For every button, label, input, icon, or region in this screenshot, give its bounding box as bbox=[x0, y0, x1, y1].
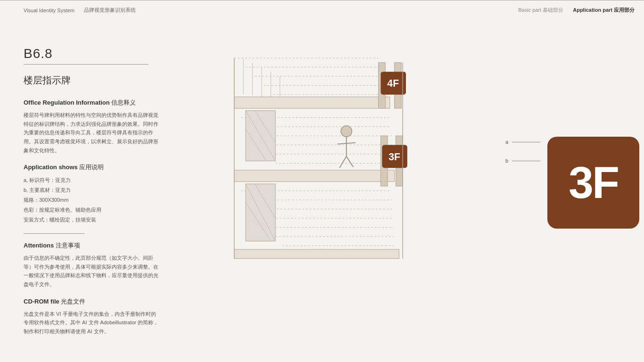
large-sign-text: 3F bbox=[569, 157, 618, 208]
office-body: 楼层符号牌利用材料的特性与空间的优势制作具有品牌视觉特征的标识牌结构，力求达到强… bbox=[24, 111, 160, 155]
section-rule bbox=[24, 233, 85, 234]
label-b-line bbox=[512, 161, 540, 161]
illustration-area: 4F bbox=[179, 0, 644, 362]
list-item: 安装方式：螺栓固定，挂墙安装 bbox=[24, 215, 160, 225]
application-section: Application shows 应用说明 a, 标识符号：亚克力b, 主要底… bbox=[24, 163, 160, 224]
svg-line-26 bbox=[339, 156, 347, 168]
svg-text:4F: 4F bbox=[387, 78, 399, 89]
section-divider bbox=[24, 64, 149, 65]
label-b-row: b bbox=[505, 158, 540, 164]
list-item: b, 主要底材：亚克力 bbox=[24, 185, 160, 195]
svg-rect-32 bbox=[234, 170, 395, 181]
svg-point-23 bbox=[341, 126, 352, 137]
application-list: a, 标识符号：亚克力b, 主要底材：亚克力规格：300X300mm色彩：按规定… bbox=[24, 175, 160, 224]
label-a-line bbox=[512, 142, 540, 142]
left-panel: B6.8 楼层指示牌 Office Regulation Information… bbox=[0, 0, 179, 362]
attentions-heading: Attentions 注意事项 bbox=[24, 241, 160, 250]
page: Visual Identity System 品牌视觉形象识别系统 Basic … bbox=[0, 0, 644, 362]
list-item: 规格：300X300mm bbox=[24, 195, 160, 205]
svg-text:3F: 3F bbox=[388, 151, 400, 163]
section-number: B6.8 bbox=[24, 46, 160, 61]
application-heading: Application shows 应用说明 bbox=[24, 163, 160, 172]
office-heading: Office Regulation Information 信息释义 bbox=[24, 99, 160, 107]
cdrom-body: 光盘文件是本 VI 手册电子文件的集合，内含手册制作时的专用软件格式文件。其中 … bbox=[24, 310, 160, 336]
label-b: b bbox=[505, 158, 508, 164]
stair-illustration: 4F bbox=[170, 26, 514, 346]
section-title: 楼层指示牌 bbox=[24, 74, 160, 87]
office-regulation-section: Office Regulation Information 信息释义 楼层符号牌… bbox=[24, 99, 160, 155]
list-item: a, 标识符号：亚克力 bbox=[24, 175, 160, 185]
cdrom-heading: CD-ROM file 光盘文件 bbox=[24, 297, 160, 306]
label-a-row: a bbox=[505, 139, 540, 145]
sign-labels-container: a b bbox=[505, 139, 540, 164]
label-a: a bbox=[505, 139, 508, 145]
attentions-body: 由于信息的不确定性，此页部分规范（如文字大小、间距等）可作为参考使用，具体可根据… bbox=[24, 254, 160, 289]
attentions-section: Attentions 注意事项 由于信息的不确定性，此页部分规范（如文字大小、间… bbox=[24, 241, 160, 289]
svg-line-27 bbox=[347, 156, 354, 167]
cdrom-section: CD-ROM file 光盘文件 光盘文件是本 VI 手册电子文件的集合，内含手… bbox=[24, 297, 160, 336]
svg-rect-49 bbox=[234, 249, 399, 258]
list-item: 色彩：按规定标准色、辅助色应用 bbox=[24, 205, 160, 215]
svg-rect-11 bbox=[234, 97, 390, 108]
large-floor-sign: 3F bbox=[547, 137, 639, 229]
